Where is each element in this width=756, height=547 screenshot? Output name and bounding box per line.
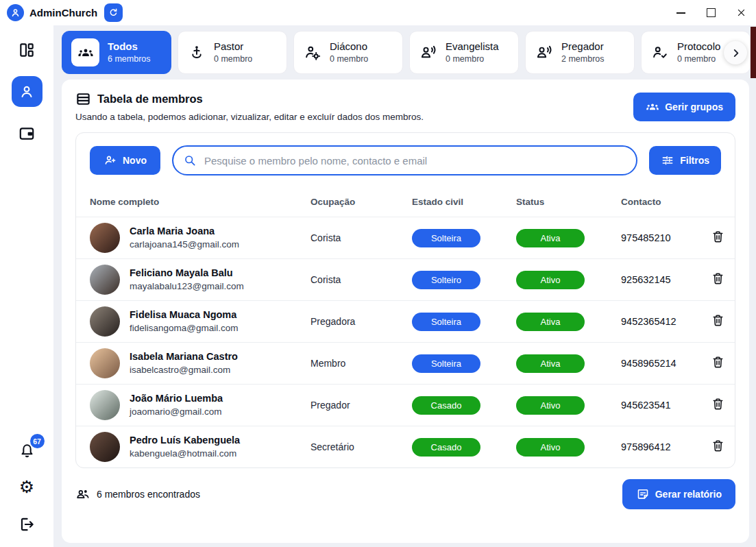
member-contact: 945623541: [621, 400, 710, 411]
table-header-row: Nome completo Ocupação Estado civil Stat…: [76, 186, 735, 217]
person-voice-icon: [535, 43, 553, 62]
tab-count: 0 membro: [330, 54, 368, 65]
member-email: kabenguela@hotmail.com: [130, 448, 240, 460]
table-row[interactable]: Feliciano Mayala Balu mayalabalu123@gmai…: [76, 258, 735, 300]
status-badge: Ativa: [516, 354, 585, 373]
member-email: fidelisangoma@gmail.com: [130, 322, 239, 335]
member-occupation: Membro: [310, 358, 412, 369]
marital-badge: Solteira: [412, 354, 480, 373]
table-row[interactable]: Isabela Mariana Castro isabelcastro@gmai…: [76, 342, 735, 384]
table-icon: [75, 91, 91, 107]
tab-count: 0 membro: [214, 54, 252, 65]
tab-label: Todos: [108, 40, 151, 53]
chevron-right-icon: [730, 47, 742, 59]
tab-label: Pastor: [214, 40, 252, 53]
member-email: isabelcastro@gmail.com: [130, 364, 238, 376]
table-row[interactable]: Pedro Luís Kabenguela kabenguela@hotmail…: [76, 426, 735, 467]
close-button[interactable]: [726, 0, 756, 25]
trash-icon[interactable]: [710, 396, 726, 412]
trash-icon[interactable]: [710, 271, 726, 287]
member-name: Feliciano Mayala Balu: [130, 267, 244, 280]
member-email: carlajoana145@gmail.com: [130, 239, 239, 251]
tab-count: 6 membros: [108, 54, 151, 65]
status-badge: Ativo: [516, 271, 585, 289]
member-contact: 975896412: [621, 441, 710, 452]
minimize-icon: [676, 12, 685, 14]
minimize-button[interactable]: [666, 0, 696, 25]
column-header: Ocupação: [310, 197, 412, 207]
category-tabs: Todos 6 membros Pastor 0 membro Diácono …: [62, 31, 756, 74]
settings-button[interactable]: ⚙: [18, 478, 36, 496]
column-header: Nome completo: [90, 197, 310, 207]
tab-label: Evangelista: [446, 40, 499, 53]
member-occupation: Pregador: [310, 400, 412, 411]
tab-todos[interactable]: Todos 6 membros: [62, 31, 171, 74]
status-badge: Ativo: [516, 396, 585, 415]
avatar: [90, 348, 120, 378]
trash-icon[interactable]: [710, 313, 726, 328]
marital-badge: Solteira: [412, 313, 480, 331]
table-row[interactable]: Carla Maria Joana carlajoana145@gmail.co…: [76, 217, 735, 258]
tab-label: Diácono: [330, 40, 368, 53]
members-found: 6 membros encontrados: [75, 487, 200, 502]
member-occupation: Corista: [310, 274, 412, 285]
manage-groups-button[interactable]: Gerir grupos: [633, 93, 735, 121]
tab-count: 0 membro: [446, 54, 499, 65]
trash-icon[interactable]: [710, 354, 726, 370]
avatar: [90, 223, 120, 253]
member-contact: 9458965214: [621, 358, 710, 369]
pastor-person-icon: [187, 43, 206, 62]
search-box: [172, 145, 637, 175]
avatar: [90, 265, 120, 295]
notifications-button[interactable]: 67: [18, 441, 36, 459]
trash-icon[interactable]: [710, 438, 726, 454]
wallet-icon: [18, 125, 36, 143]
tab-count: 0 membro: [677, 54, 720, 65]
groups-icon: [71, 38, 99, 66]
members-table-card: Novo Filtros Nome completo Ocupação Esta…: [75, 132, 735, 468]
avatar: [90, 390, 120, 420]
member-contact: 925632145: [621, 274, 710, 285]
window-controls: [666, 0, 756, 25]
new-member-button[interactable]: Novo: [90, 146, 160, 175]
app-title: AdminChurch: [29, 7, 97, 19]
refresh-button[interactable]: [104, 3, 123, 22]
avatar: [90, 432, 120, 462]
tab-pastor[interactable]: Pastor 0 membro: [178, 31, 287, 74]
member-name: Isabela Mariana Castro: [130, 350, 238, 363]
sidebar-item-wallet[interactable]: [18, 124, 36, 143]
column-header: Status: [516, 197, 621, 207]
member-contact: 975485210: [621, 232, 710, 243]
member-name: Carla Maria Joana: [130, 225, 239, 238]
search-input[interactable]: [203, 154, 626, 167]
search-icon: [183, 154, 197, 167]
table-row[interactable]: Fidelisa Muaca Ngoma fidelisangoma@gmail…: [76, 300, 735, 342]
generate-report-button[interactable]: Gerar relatório: [622, 479, 735, 509]
tabs-scroll-right-button[interactable]: [724, 41, 747, 64]
sidebar-item-dashboard[interactable]: [18, 40, 36, 59]
groups-icon: [646, 100, 659, 114]
member-occupation: Secretário: [310, 441, 412, 452]
tab-count: 2 membros: [561, 54, 605, 65]
logout-button[interactable]: [18, 515, 36, 533]
person-icon: [19, 84, 35, 100]
sidebar-item-members[interactable]: [12, 76, 42, 107]
members-found-text: 6 membros encontrados: [97, 489, 200, 500]
people-icon: [75, 487, 90, 502]
tab-pregador[interactable]: Pregador 2 membros: [525, 31, 635, 74]
close-icon: [736, 8, 746, 18]
column-header: Contacto: [621, 197, 710, 207]
marital-badge: Casado: [412, 396, 480, 415]
filters-button[interactable]: Filtros: [649, 146, 721, 175]
manage-groups-label: Gerir grupos: [665, 101, 723, 112]
table-row[interactable]: João Mário Luemba joaomario@gmail.com Pr…: [76, 384, 735, 426]
generate-report-label: Gerar relatório: [655, 489, 722, 500]
tab-diacono[interactable]: Diácono 0 membro: [293, 31, 403, 74]
tab-evangelista[interactable]: Evangelista 0 membro: [409, 31, 519, 74]
member-occupation: Corista: [310, 232, 412, 243]
maximize-button[interactable]: [696, 0, 726, 25]
table-body: Carla Maria Joana carlajoana145@gmail.co…: [76, 217, 735, 467]
filters-icon: [661, 154, 674, 167]
person-gear-icon: [303, 43, 321, 62]
trash-icon[interactable]: [710, 229, 726, 245]
